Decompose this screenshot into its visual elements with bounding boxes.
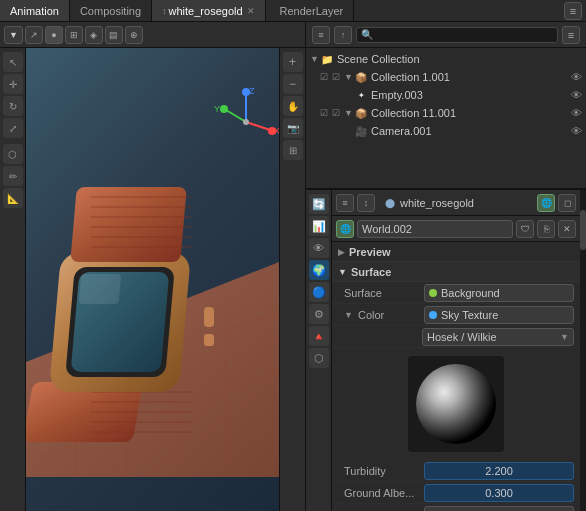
collection-icon: 📦	[354, 70, 368, 84]
visibility-icon[interactable]: 👁	[571, 125, 582, 137]
outliner-sort-btn[interactable]: ↑	[334, 26, 352, 44]
world-selector-header: ≡ ↕ ⬤ white_rosegold 🌐 ◻	[332, 190, 580, 216]
transform-tool[interactable]: ⬡	[3, 144, 23, 164]
outliner-row[interactable]: ☑ ☑ ▼ 📦 Collection 1.001 👁	[306, 68, 586, 86]
world-node-btn[interactable]: ◻	[558, 194, 576, 212]
outliner-row[interactable]: ✦ Empty.003 👁	[306, 86, 586, 104]
main-layout: ▼ ↗ ● ⊞ ◈ ▤ ⊕ ↖ ✛ ↻ ⤢ ⬡ ✏ 📐	[0, 22, 586, 511]
preview-section-header[interactable]: ▶ Preview	[332, 242, 580, 262]
scene-collection-arrow: ▼	[310, 54, 320, 64]
svg-line-30	[246, 122, 270, 130]
annotate-tool[interactable]: ✏	[3, 166, 23, 186]
world-close-icon[interactable]: ✕	[558, 220, 576, 238]
zoom-out-icon[interactable]: −	[283, 74, 303, 94]
turbidity-row: Turbidity 2.200	[332, 460, 580, 482]
world-material-btn[interactable]: ↕	[357, 194, 375, 212]
outliner-view-btn[interactable]: ≡	[312, 26, 330, 44]
pan-icon[interactable]: ✋	[283, 96, 303, 116]
ground-albedo-value: 0.300	[424, 484, 574, 502]
visibility-icon[interactable]: 👁	[571, 107, 582, 119]
preview-label: Preview	[349, 246, 391, 258]
surface-label: Surface	[351, 266, 391, 278]
world-world-btn[interactable]: 🌐	[537, 194, 555, 212]
physics-properties-icon[interactable]: ⬡	[309, 348, 329, 368]
surface-type-dropdown[interactable]: Background	[424, 284, 574, 302]
texture-ball-preview	[408, 356, 504, 452]
viewport-left-toolbar: ↖ ✛ ↻ ⤢ ⬡ ✏ 📐	[0, 48, 26, 511]
measure-tool[interactable]: 📐	[3, 188, 23, 208]
visibility-icon[interactable]: 👁	[571, 89, 582, 101]
tab-animation[interactable]: Animation	[0, 0, 70, 21]
color-type-dot	[429, 311, 437, 319]
color-type-dropdown[interactable]: Sky Texture	[424, 306, 574, 324]
zoom-in-icon[interactable]: +	[283, 52, 303, 72]
viewport-gizmo[interactable]: ◈	[85, 26, 103, 44]
filter-icon[interactable]: ≡	[564, 2, 582, 20]
color-row: ▼ Color Sky Texture	[332, 304, 580, 326]
outliner-filter-btn[interactable]: ≡	[562, 26, 580, 44]
surface-value: Background	[424, 284, 574, 302]
world-properties-icon[interactable]: 🌍	[309, 260, 329, 280]
outliner-row[interactable]: ☑ ☑ ▼ 📦 Collection 11.001 👁	[306, 104, 586, 122]
viewport-mode-solid[interactable]: ●	[45, 26, 63, 44]
tab-renderlayer[interactable]: RenderLayer	[270, 0, 355, 21]
view-layer-properties-icon[interactable]: 👁	[309, 238, 329, 258]
tab-active-material[interactable]: ↕ white_rosegold ✕	[152, 0, 266, 21]
viewport-select-mode[interactable]: ↗	[25, 26, 43, 44]
scene-content: Z X Y	[26, 48, 279, 511]
hosek-dropdown-row: Hosek / Wilkie ▼	[332, 326, 580, 348]
world-view-btn[interactable]: ≡	[336, 194, 354, 212]
3d-viewport[interactable]: ▼ ↗ ● ⊞ ◈ ▤ ⊕ ↖ ✛ ↻ ⤢ ⬡ ✏ 📐	[0, 22, 305, 511]
viewport-proportional[interactable]: ⊕	[125, 26, 143, 44]
vector-row: Vector Default	[332, 504, 580, 511]
turbidity-input[interactable]: 2.200	[424, 462, 574, 480]
viewport-header: ▼ ↗ ● ⊞ ◈ ▤ ⊕	[0, 22, 305, 48]
rotate-tool[interactable]: ↻	[3, 96, 23, 116]
surface-section-header[interactable]: ▼ Surface	[332, 262, 580, 282]
hosek-wilkie-dropdown[interactable]: Hosek / Wilkie ▼	[422, 328, 574, 346]
ground-albedo-input[interactable]: 0.300	[424, 484, 574, 502]
outliner-content: ▼ 📁 Scene Collection ☑ ☑ ▼ 📦 Collection …	[306, 48, 586, 142]
vector-dropdown[interactable]: Default	[424, 506, 574, 512]
svg-point-36	[243, 119, 249, 125]
modifier-properties-icon[interactable]: ⚙	[309, 304, 329, 324]
properties-sidebar: 🔄 📊 👁 🌍 🔵 ⚙ 🔺 ⬡	[306, 190, 332, 511]
particle-properties-icon[interactable]: 🔺	[309, 326, 329, 346]
outliner: ≡ ↑ ≡ ▼ 📁 Scene Collection ☑ ☑ ▼ 📦	[306, 22, 586, 190]
output-properties-icon[interactable]: 📊	[309, 216, 329, 236]
surface-type-row: Surface Background	[332, 282, 580, 304]
grid-icon[interactable]: ⊞	[283, 140, 303, 160]
world-copy-icon[interactable]: ⎘	[537, 220, 555, 238]
world-dropdown[interactable]: World.002	[357, 220, 513, 238]
outliner-search[interactable]	[356, 27, 558, 43]
scale-tool[interactable]: ⤢	[3, 118, 23, 138]
properties-content: ≡ ↕ ⬤ white_rosegold 🌐 ◻ 🌐 World.002 🛡 ⎘	[332, 190, 580, 511]
viewport-overlay[interactable]: ⊞	[65, 26, 83, 44]
cursor-tool[interactable]: ↖	[3, 52, 23, 72]
top-tab-bar: Animation Compositing ↕ white_rosegold ✕…	[0, 0, 586, 22]
camera-icon: 🎥	[354, 124, 368, 138]
properties-panel: 🔄 📊 👁 🌍 🔵 ⚙ 🔺 ⬡ ≡ ↕ ⬤ white_rosegold	[306, 190, 586, 511]
visibility-icon[interactable]: 👁	[571, 71, 582, 83]
world-type-icon[interactable]: 🌐	[336, 220, 354, 238]
move-tool[interactable]: ✛	[3, 74, 23, 94]
checkbox-icon2: ☑	[332, 72, 342, 82]
right-scrollbar[interactable]	[580, 190, 586, 511]
object-properties-icon[interactable]: 🔵	[309, 282, 329, 302]
outliner-scene-collection[interactable]: ▼ 📁 Scene Collection	[306, 50, 586, 68]
watch-3d-object: Z X Y	[26, 48, 279, 511]
tab-compositing[interactable]: Compositing	[70, 0, 152, 21]
viewport-view-menu[interactable]: ▼	[4, 26, 23, 44]
viewport-snap[interactable]: ▤	[105, 26, 123, 44]
scrollbar-thumb[interactable]	[580, 210, 586, 250]
render-properties-icon[interactable]: 🔄	[309, 194, 329, 214]
surface-type-dot	[429, 289, 437, 297]
svg-rect-20	[70, 187, 187, 262]
world-shield-icon[interactable]: 🛡	[516, 220, 534, 238]
outliner-row[interactable]: 🎥 Camera.001 👁	[306, 122, 586, 140]
svg-rect-19	[204, 334, 214, 346]
svg-rect-18	[204, 307, 214, 327]
dropdown-chevron-icon: ▼	[560, 332, 569, 342]
camera-view-icon[interactable]: 📷	[283, 118, 303, 138]
outliner-header: ≡ ↑ ≡	[306, 22, 586, 48]
